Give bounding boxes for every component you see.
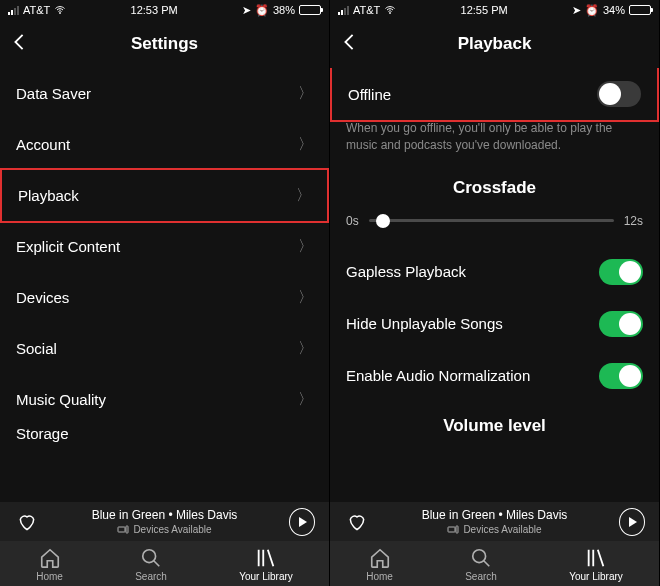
now-playing-title: Blue in Green • Miles Davis — [370, 508, 619, 522]
row-hide-unplayable[interactable]: Hide Unplayable Songs — [330, 298, 659, 350]
crossfade-slider-row: 0s 12s — [330, 214, 659, 246]
crossfade-min: 0s — [346, 214, 359, 228]
phone-playback: AT&T 12:55 PM ➤ ⏰ 34% Playback Offline W… — [330, 0, 660, 586]
tab-search[interactable]: Search — [465, 547, 497, 582]
status-bar: AT&T 12:53 PM ➤ ⏰ 38% — [0, 0, 329, 20]
clock: 12:55 PM — [461, 4, 508, 16]
row-devices[interactable]: Devices 〉 — [0, 272, 329, 323]
tab-bar: Home Search Your Library — [0, 541, 329, 586]
back-button[interactable] — [12, 33, 26, 55]
svg-rect-2 — [126, 526, 128, 533]
devices-available: Devices Available — [463, 524, 541, 535]
header: Settings — [0, 20, 329, 68]
chevron-right-icon: 〉 — [298, 84, 313, 103]
row-playback[interactable]: Playback 〉 — [0, 168, 329, 223]
search-icon — [140, 547, 162, 569]
back-button[interactable] — [342, 33, 356, 55]
svg-point-4 — [390, 13, 391, 14]
signal-icon — [338, 6, 349, 15]
wifi-icon — [384, 4, 396, 16]
play-button[interactable] — [289, 509, 315, 535]
chevron-right-icon: 〉 — [298, 390, 313, 409]
phone-settings: AT&T 12:53 PM ➤ ⏰ 38% Settings Data Save… — [0, 0, 330, 586]
devices-icon — [117, 525, 129, 535]
chevron-right-icon: 〉 — [298, 339, 313, 358]
tab-home[interactable]: Home — [366, 547, 393, 582]
home-icon — [369, 547, 391, 569]
battery-pct: 38% — [273, 4, 295, 16]
row-data-saver[interactable]: Data Saver 〉 — [0, 68, 329, 119]
header: Playback — [330, 20, 659, 68]
wifi-icon — [54, 4, 66, 16]
svg-point-0 — [60, 13, 61, 14]
devices-available: Devices Available — [133, 524, 211, 535]
chevron-right-icon: 〉 — [298, 237, 313, 256]
row-gapless[interactable]: Gapless Playback — [330, 246, 659, 298]
battery-icon — [299, 5, 321, 15]
playback-settings: Offline When you go offline, you'll only… — [330, 68, 659, 502]
normalization-toggle[interactable] — [599, 363, 643, 389]
page-title: Settings — [131, 34, 198, 54]
now-playing-bar[interactable]: Blue in Green • Miles Davis Devices Avai… — [0, 502, 329, 541]
battery-pct: 34% — [603, 4, 625, 16]
search-icon — [470, 547, 492, 569]
clock: 12:53 PM — [131, 4, 178, 16]
library-icon — [255, 547, 277, 569]
chevron-right-icon: 〉 — [298, 135, 313, 154]
svg-point-7 — [473, 550, 486, 563]
settings-list: Data Saver 〉 Account 〉 Playback 〉 Explic… — [0, 68, 329, 502]
page-title: Playback — [458, 34, 532, 54]
row-account[interactable]: Account 〉 — [0, 119, 329, 170]
library-icon — [585, 547, 607, 569]
location-icon: ➤ — [572, 4, 581, 17]
devices-icon — [447, 525, 459, 535]
volume-level-title: Volume level — [330, 408, 659, 436]
home-icon — [39, 547, 61, 569]
now-playing-title: Blue in Green • Miles Davis — [40, 508, 289, 522]
tab-home[interactable]: Home — [36, 547, 63, 582]
row-explicit-content[interactable]: Explicit Content 〉 — [0, 221, 329, 272]
alarm-icon: ⏰ — [255, 4, 269, 17]
crossfade-title: Crossfade — [330, 166, 659, 214]
row-music-quality[interactable]: Music Quality 〉 — [0, 374, 329, 425]
tab-search[interactable]: Search — [135, 547, 167, 582]
crossfade-slider[interactable] — [369, 219, 614, 222]
now-playing-bar[interactable]: Blue in Green • Miles Davis Devices Avai… — [330, 502, 659, 541]
svg-rect-6 — [456, 526, 458, 533]
hide-unplayable-toggle[interactable] — [599, 311, 643, 337]
location-icon: ➤ — [242, 4, 251, 17]
svg-point-3 — [143, 550, 156, 563]
row-offline[interactable]: Offline — [330, 68, 659, 122]
like-button[interactable] — [14, 509, 40, 535]
chevron-right-icon: 〉 — [296, 186, 311, 205]
play-button[interactable] — [619, 509, 645, 535]
row-social[interactable]: Social 〉 — [0, 323, 329, 374]
carrier: AT&T — [23, 4, 50, 16]
offline-help: When you go offline, you'll only be able… — [330, 120, 659, 166]
carrier: AT&T — [353, 4, 380, 16]
row-storage[interactable]: Storage — [0, 425, 329, 442]
tab-library[interactable]: Your Library — [239, 547, 293, 582]
status-bar: AT&T 12:55 PM ➤ ⏰ 34% — [330, 0, 659, 20]
svg-rect-5 — [448, 527, 455, 532]
gapless-toggle[interactable] — [599, 259, 643, 285]
signal-icon — [8, 6, 19, 15]
crossfade-max: 12s — [624, 214, 643, 228]
tab-bar: Home Search Your Library — [330, 541, 659, 586]
slider-thumb[interactable] — [376, 214, 390, 228]
row-audio-normalization[interactable]: Enable Audio Normalization — [330, 350, 659, 402]
offline-toggle[interactable] — [597, 81, 641, 107]
like-button[interactable] — [344, 509, 370, 535]
svg-rect-1 — [118, 527, 125, 532]
tab-library[interactable]: Your Library — [569, 547, 623, 582]
chevron-right-icon: 〉 — [298, 288, 313, 307]
battery-icon — [629, 5, 651, 15]
alarm-icon: ⏰ — [585, 4, 599, 17]
